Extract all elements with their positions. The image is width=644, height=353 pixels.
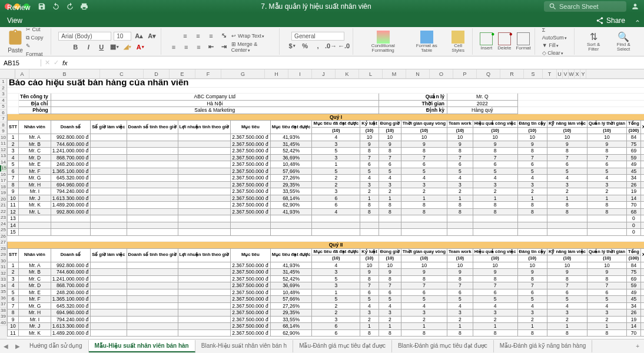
align-middle-icon[interactable]: ≡ [192, 31, 203, 41]
row-header-20[interactable]: 20 [0, 197, 7, 203]
col-header-M[interactable]: M [383, 69, 406, 78]
cell-styles-button[interactable]: Cell Styles [447, 31, 469, 53]
comma-icon[interactable]: , [313, 41, 323, 51]
ribbon-collapse-icon[interactable]: ⌃ [635, 19, 640, 27]
time-value[interactable]: 2022 [447, 100, 517, 107]
insert-cells-button[interactable]: ●Insert [480, 32, 493, 51]
format-cells-button[interactable]: Format [516, 32, 530, 51]
table-row[interactable]: 1 [7, 134, 18, 141]
col-header-U[interactable]: U [557, 69, 563, 78]
increase-font-icon[interactable]: A▴ [134, 31, 144, 42]
col-header-Y[interactable]: Y [580, 69, 586, 78]
add-sheet-button[interactable]: + [631, 341, 644, 352]
row-header-25[interactable]: 25 [0, 227, 7, 234]
quarter-1-header[interactable]: Quý I [7, 114, 644, 121]
col-header-D[interactable]: D [144, 69, 170, 78]
share-button[interactable]: Share [590, 14, 631, 27]
table-row[interactable]: 10 [7, 195, 18, 202]
row-header-19[interactable]: 19 [0, 190, 7, 197]
col-header-K[interactable]: K [336, 69, 359, 78]
table-row[interactable]: 13 [7, 215, 18, 222]
row-header-6[interactable]: 6 [0, 110, 7, 116]
col-header-T[interactable]: T [543, 69, 557, 78]
col-header-P[interactable]: P [453, 69, 477, 78]
row-header-3[interactable]: 3 [0, 91, 7, 98]
report-title[interactable]: Báo cáo hiệu suất bán hàng của nhân viên [7, 79, 644, 88]
col-header-H[interactable]: H [265, 69, 288, 78]
row-header-2[interactable]: 2 [0, 85, 7, 92]
find-select-button[interactable]: 🔍Find & Select [610, 31, 637, 52]
cancel-formula-icon[interactable]: ✕ [45, 59, 50, 66]
col-teamwork[interactable]: Team work [447, 248, 473, 255]
col-discipline[interactable]: Kỷ luật [360, 121, 379, 128]
col-header-I[interactable]: I [288, 69, 312, 78]
col-ontime[interactable]: Đúng giờ [379, 248, 401, 255]
format-as-table-button[interactable]: Format as Table [410, 31, 443, 53]
table-row[interactable]: 15 [7, 229, 18, 236]
manager-label[interactable]: Quản lý [379, 94, 447, 101]
col-header-N[interactable]: N [406, 69, 430, 78]
align-bottom-icon[interactable]: ≡ [205, 31, 216, 41]
align-right-icon[interactable]: ≡ [194, 42, 204, 52]
col-header-F[interactable]: F [195, 69, 221, 78]
autosum-button[interactable]: Σ AutoSum▾ [542, 27, 570, 42]
row-header-27[interactable]: 27 [0, 239, 7, 246]
row-header-31[interactable]: 31 [0, 264, 7, 271]
col-time-mgmt[interactable]: Quản lý thời gian [587, 121, 626, 128]
row-header-35[interactable]: 35 [0, 289, 7, 295]
align-top-icon[interactable]: ≡ [180, 31, 190, 41]
table-row[interactable]: 14 [7, 222, 18, 229]
accept-formula-icon[interactable]: ✓ [54, 59, 59, 66]
col-rank[interactable]: Xếp hạng [640, 248, 644, 262]
table-row[interactable]: 8 [7, 309, 18, 317]
cut-button[interactable]: ✂ Cut [26, 27, 47, 34]
col-trust[interactable]: Đáng tin cậy [517, 121, 547, 128]
row-header-16[interactable]: 16 [0, 172, 7, 178]
row-header-18[interactable]: 18 [0, 184, 7, 191]
table-row[interactable]: 2 [7, 269, 18, 276]
col-performance[interactable]: Hiệu quả công việc [473, 121, 517, 128]
percent-icon[interactable]: % [300, 41, 310, 51]
redo-icon[interactable] [66, 2, 74, 11]
col-total[interactable]: Tổng [627, 121, 641, 128]
row-header-24[interactable]: 24 [0, 221, 7, 228]
table-row[interactable]: 6 [7, 168, 18, 175]
col-hours[interactable]: Số giờ làm việc [91, 121, 127, 134]
col-stt[interactable]: STT [7, 121, 18, 134]
indent-left-icon[interactable]: ⇤ [206, 42, 216, 52]
col-header-S[interactable]: S [524, 69, 543, 78]
col-profit-hr[interactable]: Lợi nhuận tính theo giờ [178, 121, 231, 134]
delete-cells-button[interactable]: ●Delete [497, 32, 511, 51]
dept-value[interactable]: Sales & Marketing [51, 107, 379, 114]
dept-label[interactable]: Phòng [19, 107, 51, 114]
address-label[interactable]: Địa chỉ [19, 100, 51, 107]
search-sheet-input[interactable]: Search Sheet [544, 1, 626, 12]
col-header-E[interactable]: E [170, 69, 195, 78]
fx-icon[interactable]: fx [62, 59, 68, 66]
col-sales[interactable]: Doanh số [51, 248, 90, 262]
row-header-34[interactable]: 34 [0, 283, 7, 289]
underline-button[interactable]: U [96, 42, 107, 52]
table-row[interactable]: 2 [7, 141, 18, 148]
col-employee[interactable]: Nhân viên [19, 248, 51, 262]
row-header-28[interactable]: 28 [0, 246, 7, 252]
table-row[interactable]: 4 [7, 282, 18, 289]
name-box[interactable]: AB15 [0, 59, 41, 66]
col-rank[interactable]: Xếp hạng [640, 121, 644, 134]
table-row[interactable]: 7 [7, 175, 18, 182]
col-header-A[interactable]: A [15, 69, 29, 78]
sheet-tab-2[interactable]: Blank-Hiệu suất nhân viên bán h [195, 340, 293, 352]
table-row[interactable]: 1 [7, 262, 18, 269]
col-performance[interactable]: Hiệu quả công việc [473, 248, 517, 255]
row-header-14[interactable]: 14 [0, 159, 7, 166]
quarter-2-header[interactable]: Quý II [7, 242, 644, 249]
row-header-13[interactable]: 13 [0, 153, 7, 159]
period-value[interactable]: Hàng quý [447, 107, 517, 114]
col-header-L[interactable]: L [359, 69, 383, 78]
col-turnaround[interactable]: Thời gian quay vòng [401, 248, 447, 255]
table-row[interactable]: 9 [7, 316, 18, 323]
table-row[interactable]: 12 [7, 208, 18, 215]
company-value[interactable]: ABC Company Ltd [51, 94, 379, 101]
tab-review[interactable]: Review [0, 1, 54, 14]
table-row[interactable]: 6 [7, 296, 18, 303]
